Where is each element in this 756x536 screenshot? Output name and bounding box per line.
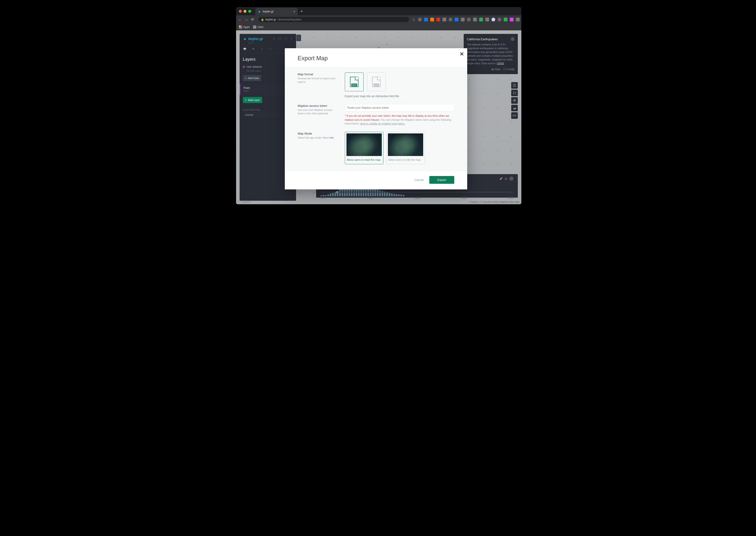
map-mode-desc: Select the app mode. More bbox=[298, 136, 329, 139]
extension-icon[interactable] bbox=[485, 17, 489, 21]
histogram-bar bbox=[320, 195, 322, 196]
window-close-button[interactable] bbox=[239, 10, 242, 13]
time-tick: 2000 bbox=[461, 197, 466, 199]
back-button[interactable]: ← bbox=[238, 17, 242, 22]
apps-grid-icon bbox=[239, 25, 242, 29]
new-tab-button[interactable]: + bbox=[300, 9, 303, 14]
config-button[interactable]: { } Config bbox=[503, 68, 514, 71]
window-titlebar: ◆ kepler.gl × + bbox=[236, 7, 521, 15]
mapbox-token-input[interactable] bbox=[345, 104, 454, 112]
extension-icon[interactable] bbox=[473, 17, 477, 21]
format-export-desc: Export your map into an interactive html… bbox=[345, 95, 454, 98]
share-icon[interactable]: ⇪ bbox=[291, 37, 293, 41]
mode-edit-thumbnail bbox=[388, 133, 423, 156]
tab-close-icon[interactable]: × bbox=[293, 10, 295, 14]
window-maximize-button[interactable] bbox=[248, 10, 251, 13]
extension-icon[interactable] bbox=[492, 17, 495, 21]
data-button[interactable]: ▤ Data bbox=[492, 68, 500, 71]
tab-layers[interactable] bbox=[243, 47, 247, 51]
histogram-bar bbox=[377, 190, 378, 196]
play-button[interactable] bbox=[509, 177, 514, 181]
histogram-bar bbox=[334, 192, 336, 196]
app-version: 2.1.2 bbox=[240, 41, 296, 46]
export-button[interactable]: Export bbox=[429, 176, 454, 184]
plus-icon: + bbox=[245, 99, 247, 101]
info-icon[interactable]: ⓘ bbox=[278, 37, 281, 41]
extension-icon[interactable] bbox=[418, 17, 422, 21]
tab-basemap[interactable] bbox=[268, 47, 272, 51]
extension-icon[interactable] bbox=[436, 17, 440, 21]
draw-button[interactable] bbox=[511, 105, 518, 111]
kepler-logo-icon: ◆ bbox=[243, 37, 247, 41]
forward-button[interactable]: → bbox=[245, 17, 248, 22]
cancel-button[interactable]: Cancel bbox=[414, 178, 424, 182]
split-map-button[interactable] bbox=[511, 82, 518, 89]
extension-icon[interactable] bbox=[430, 17, 434, 21]
extension-icon[interactable] bbox=[461, 17, 464, 21]
histogram-bar bbox=[332, 193, 334, 196]
extension-icon[interactable] bbox=[455, 17, 459, 21]
bookmark-apps[interactable]: Apps bbox=[239, 25, 250, 29]
collapse-panel-button[interactable]: ‹ bbox=[296, 35, 301, 41]
modal-title: Export Map bbox=[285, 48, 467, 67]
extension-icon[interactable] bbox=[424, 17, 428, 21]
histogram-bar bbox=[323, 195, 324, 196]
lock-icon: 🔒 bbox=[261, 18, 264, 21]
browser-tab[interactable]: ◆ kepler.gl × bbox=[256, 8, 298, 15]
legend-button[interactable] bbox=[511, 97, 518, 104]
reload-button[interactable]: ⟳ bbox=[251, 17, 254, 22]
extension-icon[interactable] bbox=[467, 17, 471, 21]
folder-icon bbox=[253, 25, 256, 29]
extension-icon[interactable] bbox=[442, 17, 446, 21]
info-title: California Earthquakes bbox=[467, 37, 498, 41]
format-option-html[interactable]: html bbox=[345, 73, 364, 91]
histogram-bar bbox=[389, 193, 390, 196]
time-tick: 1990 bbox=[414, 197, 419, 199]
format-option-json[interactable]: json bbox=[367, 73, 386, 91]
layer-name: Point bbox=[244, 86, 250, 90]
map-mode-label: Map Mode bbox=[298, 132, 338, 135]
extension-icon[interactable] bbox=[498, 17, 501, 21]
histogram-bar bbox=[395, 194, 397, 196]
histogram-bar bbox=[330, 193, 331, 196]
info-body: The dataset contains a list of 2.5+ magn… bbox=[467, 43, 513, 65]
bookmark-star-icon[interactable]: ☆ bbox=[412, 17, 416, 21]
extension-icon[interactable] bbox=[479, 17, 483, 21]
3d-view-button[interactable] bbox=[511, 90, 518, 96]
dataset-name: new dataset bbox=[247, 65, 262, 68]
add-layer-button[interactable]: + Add Layer bbox=[243, 97, 262, 103]
mode-option-edit[interactable]: Allow users to edit the map bbox=[386, 132, 425, 164]
globe-icon[interactable] bbox=[511, 37, 515, 41]
window-minimize-button[interactable] bbox=[244, 10, 246, 13]
locale-button[interactable]: EN bbox=[511, 112, 518, 119]
map-mode-info-link[interactable]: info bbox=[329, 136, 334, 139]
tab-title: kepler.gl bbox=[263, 10, 273, 13]
save-icon[interactable]: ▢ bbox=[285, 37, 287, 41]
histogram-bar bbox=[374, 189, 376, 196]
time-tick: 1970 bbox=[320, 197, 326, 199]
extension-icon[interactable] bbox=[510, 17, 514, 21]
time-axis: 19701980199020002010 bbox=[320, 197, 514, 199]
time-slider-track[interactable] bbox=[320, 192, 514, 192]
address-bar[interactable]: 🔒 kepler.gl/demo/earthquakes bbox=[258, 17, 409, 22]
map-format-label: Map format bbox=[298, 73, 338, 76]
tab-filters[interactable] bbox=[251, 47, 255, 51]
mapbox-logo: mapbox bbox=[238, 200, 251, 203]
extension-icon[interactable] bbox=[516, 17, 520, 21]
info-source-link[interactable]: USGS bbox=[497, 62, 504, 65]
histogram-bar bbox=[403, 195, 404, 196]
time-slider-handle[interactable] bbox=[336, 191, 338, 193]
histogram-bar bbox=[349, 189, 350, 196]
url-path: /demo/earthquakes bbox=[277, 18, 301, 21]
tab-interactions[interactable] bbox=[260, 47, 264, 51]
modal-close-button[interactable]: ✕ bbox=[460, 51, 464, 57]
mode-option-read[interactable]: Allow users to read the map bbox=[345, 132, 383, 164]
bookmark-folder-uber[interactable]: Uber bbox=[253, 25, 264, 29]
extension-icon[interactable] bbox=[504, 17, 507, 21]
time-tick: 2010 bbox=[508, 197, 513, 199]
token-instructions-link[interactable]: How to update an existing map token. bbox=[360, 122, 405, 125]
add-data-button[interactable]: + Add Data bbox=[243, 75, 261, 81]
extension-icon[interactable] bbox=[449, 17, 452, 21]
bug-icon[interactable]: ✦ bbox=[273, 37, 275, 41]
rocket-icon: 🚀 bbox=[499, 177, 503, 180]
